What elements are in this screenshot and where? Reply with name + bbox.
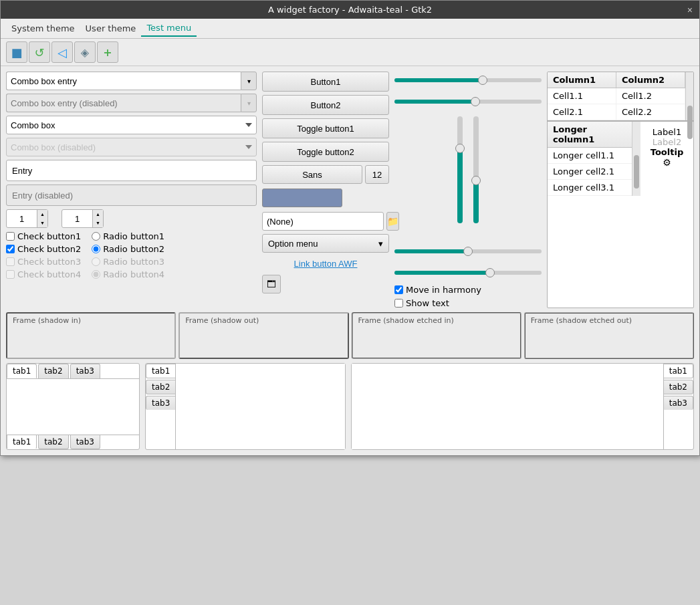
check-move-harmony-text: Move in harmony [406, 285, 481, 295]
frame-shadow-in: Frame (shadow in) [6, 312, 176, 359]
toolbar-icon-3: ◁ [57, 45, 67, 59]
button-1[interactable]: Button1 [262, 72, 389, 92]
font-button[interactable]: Sans [262, 165, 362, 184]
vslider-2-thumb[interactable] [471, 176, 481, 185]
hslider-1-thumb[interactable] [478, 76, 487, 85]
frame-etched-in-label: Frame (shadow etched in) [358, 316, 454, 325]
check-button-1-text: Check button1 [17, 231, 81, 241]
tv-top-cols: Column1 Column2 Cell1.1 Cell1.2 Cell2.1 … [548, 72, 685, 120]
toolbar-btn-3[interactable]: ◁ [51, 41, 73, 63]
col-header-2: Column2 [616, 72, 685, 88]
tab-bottom-1-2[interactable]: tab2 [38, 435, 68, 449]
cr-row-3: Check button3 Radio button3 [6, 257, 257, 267]
spinner-1-up[interactable]: ▲ [37, 210, 47, 219]
hslider-3-track[interactable] [394, 249, 542, 253]
toolbar-btn-5[interactable]: + [97, 41, 118, 63]
tab-bottom-1-1-label: tab1 [13, 437, 31, 447]
vslider-1-track[interactable] [457, 116, 463, 223]
radio-button-2[interactable] [92, 245, 100, 253]
menu-user-theme[interactable]: User theme [80, 21, 142, 36]
cr-row-4: Check button4 Radio button4 [6, 269, 257, 279]
link-button[interactable]: Link button AWF [262, 256, 389, 271]
button-2[interactable]: Button2 [262, 95, 389, 115]
frame-etched-out: Frame (shadow etched out) [524, 312, 694, 359]
treeview-row-2[interactable]: Cell2.1 Cell2.2 [548, 104, 685, 120]
combo-entry-enabled-row: ▾ [6, 72, 257, 90]
entry-input[interactable] [6, 160, 257, 181]
menu-test-menu[interactable]: Test menu [141, 20, 197, 37]
hslider-2-thumb[interactable] [471, 97, 480, 106]
font-size-button[interactable]: 12 [365, 165, 389, 184]
hslider-1-fill [394, 78, 483, 82]
tab-top-1-2[interactable]: tab2 [38, 364, 68, 378]
option-menu-button[interactable]: Option menu ▾ [262, 234, 389, 253]
spinners-row: ▲ ▼ ▲ ▼ [6, 209, 257, 228]
radio-button-1[interactable] [92, 232, 100, 241]
tv-scrollbar-thumb-bottom [634, 155, 639, 189]
hslider-4-thumb[interactable] [485, 268, 495, 277]
tab-left-2-2-label: tab2 [152, 382, 170, 392]
tabs-row: tab1 tab2 tab3 tab [6, 363, 694, 450]
spinner-1-down[interactable]: ▼ [37, 219, 47, 227]
radio-button-3-text: Radio button3 [103, 257, 164, 267]
spinner-2-down[interactable]: ▼ [92, 219, 103, 227]
tab-left-2-3[interactable]: tab3 [146, 396, 175, 410]
combo-entry-dropdown-btn[interactable]: ▾ [241, 72, 257, 90]
spinner-1-input[interactable] [7, 210, 37, 227]
hslider-2-track[interactable] [394, 100, 542, 104]
tab-bottom-1-3[interactable]: tab3 [70, 435, 100, 449]
color-button[interactable] [262, 189, 342, 207]
tab-top-1-1[interactable]: tab1 [7, 364, 37, 378]
toolbar-btn-4[interactable]: ◈ [74, 41, 96, 63]
combo-entry-input[interactable] [6, 72, 241, 90]
spinner-2-btns: ▲ ▼ [92, 210, 103, 227]
tv-longer-col: Longer column1 Longer cell1.1 Longer cel… [548, 122, 632, 196]
tv-scrollbar-v-top[interactable] [685, 72, 693, 120]
close-button[interactable]: × [687, 5, 693, 15]
check-show-text[interactable] [394, 299, 403, 308]
cr-row-1: Check button1 Radio button1 [6, 231, 257, 241]
combo-entry-disabled-row: ▾ [6, 94, 257, 112]
combo-box-select[interactable]: Combo box [6, 116, 257, 134]
longer-row-2[interactable]: Longer cell2.1 [548, 164, 632, 180]
menubar: System theme User theme Test menu [1, 19, 699, 39]
hslider-4-track[interactable] [394, 271, 542, 275]
radio-button-3 [92, 257, 100, 266]
check-button-2-text: Check button2 [17, 244, 81, 254]
tab-right-3-3[interactable]: tab3 [664, 396, 693, 410]
treeview-header-top: Column1 Column2 [548, 72, 685, 88]
tab-bottom-1-1[interactable]: tab1 [7, 435, 37, 449]
hslider-3-thumb[interactable] [463, 247, 473, 256]
tab-top-1-3[interactable]: tab3 [70, 364, 100, 378]
treeview-row-1[interactable]: Cell1.1 Cell1.2 [548, 88, 685, 104]
toolbar-icon-1: ■ [11, 45, 22, 59]
file-chooser-input[interactable] [262, 212, 384, 231]
frame-etched-out-label: Frame (shadow etched out) [531, 316, 632, 325]
small-icon-btn-1[interactable]: 🗔 [262, 275, 281, 293]
hslider-4-row [394, 267, 542, 279]
longer-row-1[interactable]: Longer cell1.1 [548, 148, 632, 164]
main-content: ▾ ▾ Combo box Combo box (disabled) [1, 66, 699, 455]
tab-left-2-2[interactable]: tab2 [146, 380, 175, 394]
tab-left-2-1[interactable]: tab1 [146, 364, 175, 378]
toggle-button-2[interactable]: Toggle button2 [262, 142, 389, 162]
menu-system-theme[interactable]: System theme [6, 21, 80, 36]
check-button-3-label: Check button3 [6, 257, 81, 267]
tab-right-3-2[interactable]: tab2 [664, 380, 693, 394]
vslider-2-track[interactable] [473, 116, 479, 223]
tv-scrollbar-thumb-top [687, 106, 693, 139]
spinner-2-up[interactable]: ▲ [92, 210, 103, 219]
toolbar-btn-2[interactable]: ↺ [29, 41, 50, 63]
check-move-harmony[interactable] [394, 285, 403, 294]
toolbar-icon-4: ◈ [81, 46, 89, 59]
toolbar-btn-1[interactable]: ■ [6, 41, 27, 63]
tab-right-3-1[interactable]: tab1 [664, 364, 693, 378]
longer-row-3[interactable]: Longer cell3.1 [548, 180, 632, 196]
vslider-1-thumb[interactable] [455, 144, 465, 153]
check-button-1[interactable] [6, 232, 15, 241]
tv-scrollbar-v-bottom[interactable] [632, 122, 640, 196]
toggle-button-1[interactable]: Toggle button1 [262, 118, 389, 138]
check-button-2[interactable] [6, 245, 15, 253]
spinner-2-input[interactable] [62, 210, 92, 227]
hslider-1-track[interactable] [394, 78, 542, 82]
